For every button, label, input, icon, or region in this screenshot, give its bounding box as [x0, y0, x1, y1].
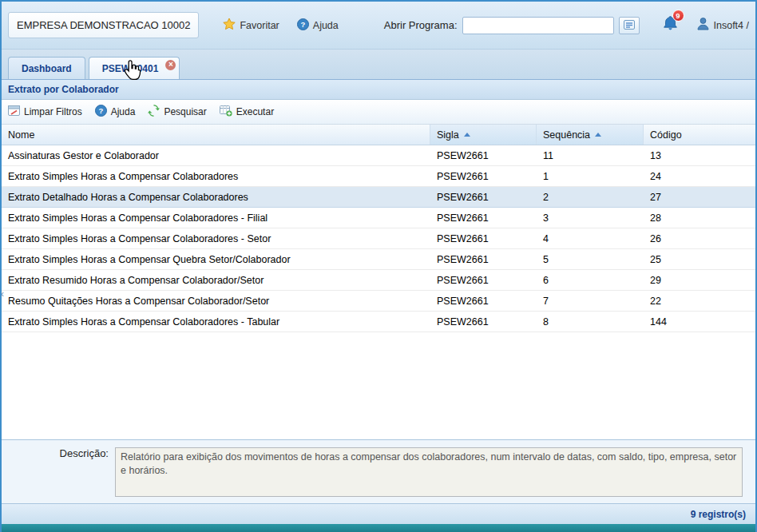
table-row[interactable]: Extrato Simples Horas a Compensar Quebra… — [2, 249, 755, 270]
table-cell: 1 — [537, 166, 644, 186]
table-cell: 5 — [537, 249, 644, 269]
table-cell: 22 — [644, 291, 755, 311]
user-menu[interactable]: Insoft4 / — [696, 17, 749, 34]
table-row[interactable]: Extrato Simples Horas a Compensar Colabo… — [2, 208, 755, 228]
table-cell: 26 — [644, 228, 755, 248]
open-program-label: Abrir Programa: — [384, 19, 458, 31]
tab-dashboard[interactable]: Dashboard — [8, 57, 85, 79]
table-cell: Extrato Simples Horas a Compensar Colabo… — [2, 228, 430, 248]
svg-text:?: ? — [300, 20, 305, 29]
report-grid: Nome Sigla Sequência Código Assinaturas … — [2, 125, 755, 439]
table-cell: 3 — [537, 208, 644, 228]
open-program-group: Abrir Programa: — [384, 17, 640, 34]
notifications-button[interactable]: 9 — [662, 15, 679, 35]
description-label: Descrição: — [2, 447, 115, 503]
panel-collapse-handle[interactable]: ‹ — [1, 289, 4, 299]
bell-icon — [662, 21, 679, 34]
table-cell: 27 — [644, 187, 755, 207]
table-cell: 2 — [537, 187, 644, 207]
bottom-edge — [2, 524, 755, 532]
star-icon — [223, 18, 236, 33]
page-title: Extrato por Colaborador — [2, 80, 755, 100]
favorite-label: Favoritar — [240, 20, 279, 31]
toolbar: Limpar Filtros ? Ajuda Pesquisar Executa… — [2, 100, 755, 125]
table-cell: Extrato Simples Horas a Compensar Colabo… — [2, 312, 430, 332]
toolbar-help-label: Ajuda — [111, 106, 136, 117]
tab-strip: Dashboard PSEWR0401 × — [2, 50, 755, 80]
table-cell: 144 — [644, 312, 755, 332]
column-header-sequencia-label: Sequência — [543, 129, 590, 141]
table-cell: 29 — [644, 270, 755, 290]
column-header-sequencia[interactable]: Sequência — [537, 125, 644, 145]
table-cell: 11 — [537, 145, 644, 165]
table-cell: Extrato Simples Horas a Compensar Quebra… — [2, 249, 430, 269]
clear-filters-label: Limpar Filtros — [24, 106, 82, 117]
user-label: Insoft4 / — [714, 20, 749, 31]
table-cell: 4 — [537, 228, 644, 248]
table-cell: PSEW2661 — [430, 208, 537, 228]
description-panel: Descrição: Relatório para exibição dos m… — [2, 439, 755, 503]
table-cell: PSEW2661 — [430, 312, 537, 332]
company-name: EMPRESA DEMONSTRACAO 10002 — [8, 12, 199, 38]
table-body: Assinaturas Gestor e ColaboradorPSEW2661… — [2, 145, 755, 439]
top-header: EMPRESA DEMONSTRACAO 10002 Favoritar ? A… — [2, 2, 755, 50]
tab-psewr0401[interactable]: PSEWR0401 × — [89, 57, 180, 79]
notification-badge: 9 — [672, 10, 684, 22]
execute-icon — [220, 105, 232, 119]
table-cell: 13 — [644, 145, 755, 165]
program-list-icon — [624, 18, 635, 33]
clear-filters-icon — [8, 105, 20, 118]
search-button[interactable]: Pesquisar — [148, 105, 206, 119]
column-header-nome[interactable]: Nome — [2, 125, 430, 145]
table-header: Nome Sigla Sequência Código — [2, 125, 755, 145]
execute-button[interactable]: Executar — [220, 105, 274, 119]
table-row[interactable]: Extrato Simples Horas a Compensar Colabo… — [2, 166, 755, 187]
table-cell: Extrato Simples Horas a Compensar Colabo… — [2, 166, 430, 186]
header-help-label: Ajuda — [313, 20, 339, 31]
header-help-button[interactable]: ? Ajuda — [297, 18, 339, 33]
table-cell: 25 — [644, 249, 755, 269]
app-window: EMPRESA DEMONSTRACAO 10002 Favoritar ? A… — [0, 0, 757, 532]
execute-label: Executar — [236, 106, 274, 117]
tab-dashboard-label: Dashboard — [22, 63, 72, 74]
search-label: Pesquisar — [164, 106, 206, 117]
table-row[interactable]: Resumo Quitações Horas a Compensar Colab… — [2, 291, 755, 312]
table-cell: Extrato Resumido Horas a Compensar Colab… — [2, 270, 430, 290]
user-icon — [696, 17, 710, 34]
search-icon — [148, 105, 160, 119]
table-cell: PSEW2661 — [430, 145, 537, 165]
table-row[interactable]: Extrato Simples Horas a Compensar Colabo… — [2, 312, 755, 332]
tab-close-icon[interactable]: × — [165, 60, 176, 70]
favorite-button[interactable]: Favoritar — [223, 18, 279, 33]
table-row[interactable]: Extrato Detalhado Horas a Compensar Cola… — [2, 187, 755, 208]
table-row[interactable]: Extrato Resumido Horas a Compensar Colab… — [2, 270, 755, 291]
table-cell: 28 — [644, 208, 755, 228]
table-cell: 8 — [537, 312, 644, 332]
table-cell: PSEW2661 — [430, 249, 537, 269]
clear-filters-button[interactable]: Limpar Filtros — [8, 105, 82, 118]
table-cell: Resumo Quitações Horas a Compensar Colab… — [2, 291, 430, 311]
table-row[interactable]: Assinaturas Gestor e ColaboradorPSEW2661… — [2, 145, 755, 166]
table-cell: 24 — [644, 166, 755, 186]
table-cell: PSEW2661 — [430, 228, 537, 248]
table-cell: 7 — [537, 291, 644, 311]
sort-asc-icon — [595, 133, 601, 137]
help-icon: ? — [297, 18, 309, 33]
table-cell: PSEW2661 — [430, 187, 537, 207]
table-row[interactable]: Extrato Simples Horas a Compensar Colabo… — [2, 228, 755, 249]
description-textarea[interactable]: Relatório para exibição dos movimentos d… — [115, 447, 743, 497]
table-cell: PSEW2661 — [430, 291, 537, 311]
table-cell: 6 — [537, 270, 644, 290]
column-header-sigla[interactable]: Sigla — [430, 125, 537, 145]
table-cell: Extrato Simples Horas a Compensar Colabo… — [2, 208, 430, 228]
column-header-nome-label: Nome — [8, 129, 34, 141]
sort-asc-icon — [464, 133, 470, 137]
column-header-sigla-label: Sigla — [437, 129, 459, 141]
svg-text:?: ? — [98, 106, 103, 115]
column-header-codigo[interactable]: Código — [644, 125, 755, 145]
open-program-input[interactable] — [462, 17, 614, 34]
record-count: 9 registro(s) — [691, 509, 746, 520]
program-lookup-button[interactable] — [619, 17, 640, 34]
toolbar-help-button[interactable]: ? Ajuda — [95, 105, 136, 119]
status-bar: 9 registro(s) — [2, 503, 755, 524]
